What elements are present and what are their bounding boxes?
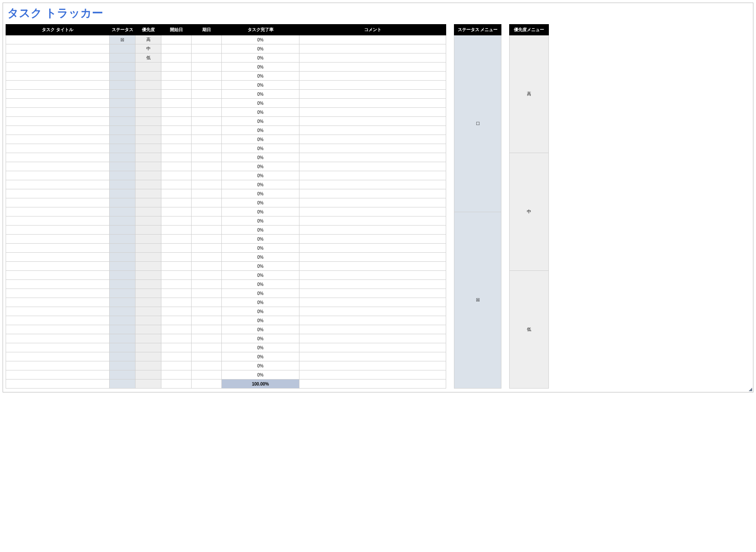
cell-completion[interactable]: 0% (222, 63, 299, 72)
cell-due-date[interactable] (192, 289, 222, 298)
cell-status[interactable] (110, 244, 135, 253)
cell-priority[interactable]: 高 (135, 35, 161, 44)
cell-due-date[interactable] (192, 198, 222, 207)
cell-priority[interactable] (135, 253, 161, 262)
cell-start-date[interactable] (161, 216, 192, 226)
cell-status[interactable] (110, 262, 135, 271)
cell-task-title[interactable] (6, 144, 110, 153)
cell-priority[interactable] (135, 108, 161, 117)
cell-due-date[interactable] (192, 235, 222, 244)
cell-due-date[interactable] (192, 135, 222, 144)
cell-start-date[interactable] (161, 280, 192, 289)
cell-task-title[interactable] (6, 72, 110, 81)
cell-priority[interactable] (135, 180, 161, 189)
col-header-completion[interactable]: タスク完了率 (222, 25, 299, 35)
cell-status[interactable] (110, 99, 135, 108)
cell-task-title[interactable] (6, 244, 110, 253)
cell-due-date[interactable] (192, 280, 222, 289)
cell-due-date[interactable] (192, 325, 222, 334)
cell-completion[interactable]: 0% (222, 334, 299, 343)
cell-completion[interactable]: 0% (222, 126, 299, 135)
cell-status[interactable] (110, 144, 135, 153)
cell-start-date[interactable] (161, 244, 192, 253)
cell-due-date[interactable] (192, 99, 222, 108)
cell-completion[interactable]: 0% (222, 81, 299, 90)
cell-status[interactable] (110, 171, 135, 180)
cell-task-title[interactable] (6, 108, 110, 117)
cell-task-title[interactable] (6, 207, 110, 216)
cell-completion[interactable]: 0% (222, 180, 299, 189)
cell-comment[interactable] (299, 370, 446, 380)
cell-priority[interactable] (135, 63, 161, 72)
cell-status[interactable] (110, 253, 135, 262)
cell-due-date[interactable] (192, 307, 222, 316)
cell-start-date[interactable] (161, 316, 192, 325)
cell-due-date[interactable] (192, 343, 222, 352)
cell-due-date[interactable] (192, 262, 222, 271)
cell-priority[interactable] (135, 235, 161, 244)
cell-priority[interactable] (135, 316, 161, 325)
cell-status[interactable] (110, 235, 135, 244)
cell-comment[interactable] (299, 343, 446, 352)
cell-priority[interactable] (135, 171, 161, 180)
cell-task-title[interactable] (6, 81, 110, 90)
footer-cell-completion[interactable]: 100.00% (222, 380, 299, 389)
cell-task-title[interactable] (6, 262, 110, 271)
cell-status[interactable] (110, 189, 135, 198)
priority-menu-item[interactable]: 中 (510, 153, 549, 271)
cell-due-date[interactable] (192, 244, 222, 253)
cell-priority[interactable] (135, 90, 161, 99)
cell-task-title[interactable] (6, 44, 110, 53)
cell-start-date[interactable] (161, 171, 192, 180)
cell-comment[interactable] (299, 289, 446, 298)
cell-completion[interactable]: 0% (222, 370, 299, 380)
col-header-priority[interactable]: 優先度 (135, 25, 161, 35)
cell-completion[interactable]: 0% (222, 90, 299, 99)
cell-due-date[interactable] (192, 171, 222, 180)
cell-completion[interactable]: 0% (222, 298, 299, 307)
col-header-due-date[interactable]: 期日 (192, 25, 222, 35)
cell-task-title[interactable] (6, 162, 110, 171)
cell-completion[interactable]: 0% (222, 271, 299, 280)
cell-priority[interactable] (135, 189, 161, 198)
cell-due-date[interactable] (192, 126, 222, 135)
cell-comment[interactable] (299, 316, 446, 325)
cell-task-title[interactable] (6, 235, 110, 244)
cell-start-date[interactable] (161, 226, 192, 235)
cell-priority[interactable] (135, 307, 161, 316)
cell-priority[interactable] (135, 226, 161, 235)
cell-comment[interactable] (299, 207, 446, 216)
cell-comment[interactable] (299, 135, 446, 144)
cell-comment[interactable] (299, 262, 446, 271)
footer-cell-priority[interactable] (135, 380, 161, 389)
cell-start-date[interactable] (161, 135, 192, 144)
cell-status[interactable] (110, 180, 135, 189)
cell-task-title[interactable] (6, 126, 110, 135)
cell-task-title[interactable] (6, 307, 110, 316)
cell-completion[interactable]: 0% (222, 53, 299, 63)
cell-start-date[interactable] (161, 117, 192, 126)
cell-completion[interactable]: 0% (222, 226, 299, 235)
cell-task-title[interactable] (6, 298, 110, 307)
cell-due-date[interactable] (192, 298, 222, 307)
cell-start-date[interactable] (161, 180, 192, 189)
cell-comment[interactable] (299, 235, 446, 244)
cell-start-date[interactable] (161, 126, 192, 135)
cell-completion[interactable]: 0% (222, 189, 299, 198)
cell-start-date[interactable] (161, 144, 192, 153)
cell-task-title[interactable] (6, 343, 110, 352)
cell-comment[interactable] (299, 352, 446, 361)
cell-task-title[interactable] (6, 53, 110, 63)
cell-due-date[interactable] (192, 81, 222, 90)
cell-completion[interactable]: 0% (222, 144, 299, 153)
cell-due-date[interactable] (192, 189, 222, 198)
cell-comment[interactable] (299, 307, 446, 316)
cell-status[interactable] (110, 72, 135, 81)
cell-status[interactable] (110, 334, 135, 343)
cell-completion[interactable]: 0% (222, 361, 299, 370)
cell-start-date[interactable] (161, 108, 192, 117)
cell-comment[interactable] (299, 53, 446, 63)
cell-start-date[interactable] (161, 198, 192, 207)
footer-cell-due[interactable] (192, 380, 222, 389)
cell-completion[interactable]: 0% (222, 99, 299, 108)
